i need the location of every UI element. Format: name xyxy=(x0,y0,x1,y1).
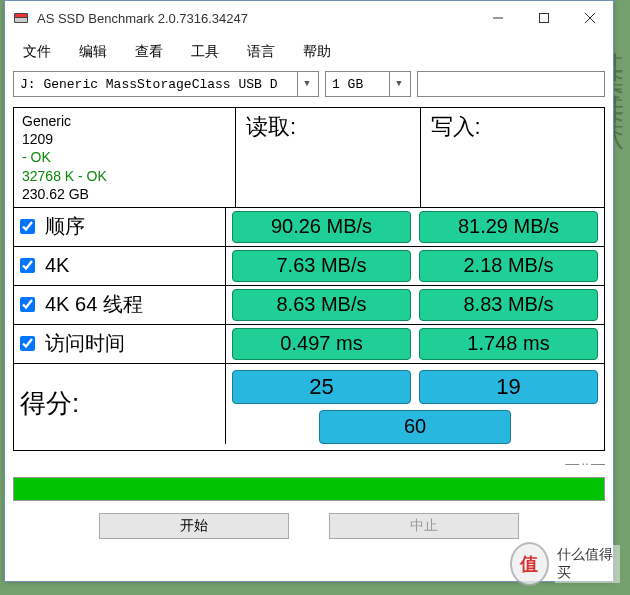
score-total: 60 xyxy=(319,410,511,444)
header-read: 读取: xyxy=(236,108,421,207)
menu-tools[interactable]: 工具 xyxy=(179,41,231,63)
status-textbox[interactable] xyxy=(417,71,605,97)
menu-file[interactable]: 文件 xyxy=(11,41,63,63)
close-button[interactable] xyxy=(567,1,613,35)
row-4k64: 4K 64 线程 8.63 MB/s 8.83 MB/s xyxy=(14,286,604,325)
toolbar: J: Generic MassStorageClass USB D ▼ 1 GB… xyxy=(5,65,613,103)
device-block: 32768 K - OK xyxy=(22,167,227,185)
score-write: 19 xyxy=(419,370,598,404)
size-select-value: 1 GB xyxy=(332,77,363,92)
access-read: 0.497 ms xyxy=(232,328,411,360)
svg-rect-1 xyxy=(15,14,27,17)
results-panel: Generic 1209 - OK 32768 K - OK 230.62 GB… xyxy=(13,107,605,451)
menubar: 文件 编辑 查看 工具 语言 帮助 xyxy=(5,35,613,65)
chevron-down-icon: ▼ xyxy=(297,72,316,96)
4k64-label: 4K 64 线程 xyxy=(45,291,143,318)
dots-icon: ·· xyxy=(581,455,589,471)
seq-read: 90.26 MB/s xyxy=(232,211,411,243)
app-icon xyxy=(13,10,29,26)
row-seq: 顺序 90.26 MB/s 81.29 MB/s xyxy=(14,208,604,247)
watermark: 值 什么值得买 xyxy=(510,543,620,585)
device-info: Generic 1209 - OK 32768 K - OK 230.62 GB xyxy=(14,108,236,207)
4k64-write: 8.83 MB/s xyxy=(419,289,598,321)
row-access: 访问时间 0.497 ms 1.748 ms xyxy=(14,325,604,364)
app-window: AS SSD Benchmark 2.0.7316.34247 文件 编辑 查看… xyxy=(4,0,614,582)
abort-button: 中止 xyxy=(329,513,519,539)
seq-label: 顺序 xyxy=(45,213,85,240)
4k-read: 7.63 MB/s xyxy=(232,250,411,282)
row-4k: 4K 7.63 MB/s 2.18 MB/s xyxy=(14,247,604,286)
titlebar[interactable]: AS SSD Benchmark 2.0.7316.34247 xyxy=(5,1,613,35)
access-checkbox[interactable] xyxy=(20,336,35,351)
seq-write: 81.29 MB/s xyxy=(419,211,598,243)
menu-edit[interactable]: 编辑 xyxy=(67,41,119,63)
drive-select-value: J: Generic MassStorageClass USB D xyxy=(20,77,277,92)
drive-select[interactable]: J: Generic MassStorageClass USB D ▼ xyxy=(13,71,319,97)
progress-bar xyxy=(13,477,605,501)
size-select[interactable]: 1 GB ▼ xyxy=(325,71,411,97)
dash-icon: — xyxy=(565,455,579,471)
access-label: 访问时间 xyxy=(45,330,125,357)
device-capacity: 230.62 GB xyxy=(22,185,227,203)
svg-rect-2 xyxy=(15,18,27,22)
chevron-down-icon: ▼ xyxy=(389,72,408,96)
4k-write: 2.18 MB/s xyxy=(419,250,598,282)
window-title: AS SSD Benchmark 2.0.7316.34247 xyxy=(37,11,475,26)
dash-icon: — xyxy=(591,455,605,471)
scroll-grip[interactable]: — ·· — xyxy=(5,451,613,475)
minimize-button[interactable] xyxy=(475,1,521,35)
svg-rect-4 xyxy=(540,14,549,23)
maximize-button[interactable] xyxy=(521,1,567,35)
score-label: 得分: xyxy=(14,364,226,444)
device-model: 1209 xyxy=(22,130,227,148)
device-status: - OK xyxy=(22,148,227,166)
watermark-logo-icon: 值 xyxy=(510,542,549,586)
seq-checkbox[interactable] xyxy=(20,219,35,234)
watermark-text: 什么值得买 xyxy=(555,545,620,583)
4k64-read: 8.63 MB/s xyxy=(232,289,411,321)
device-name: Generic xyxy=(22,112,227,130)
button-bar: 开始 中止 xyxy=(5,509,613,547)
access-write: 1.748 ms xyxy=(419,328,598,360)
4k-label: 4K xyxy=(45,254,69,277)
4k-checkbox[interactable] xyxy=(20,258,35,273)
menu-language[interactable]: 语言 xyxy=(235,41,287,63)
menu-help[interactable]: 帮助 xyxy=(291,41,343,63)
4k64-checkbox[interactable] xyxy=(20,297,35,312)
menu-view[interactable]: 查看 xyxy=(123,41,175,63)
start-button[interactable]: 开始 xyxy=(99,513,289,539)
row-score: 得分: 25 19 60 xyxy=(14,364,604,450)
header-write: 写入: xyxy=(421,108,605,207)
score-read: 25 xyxy=(232,370,411,404)
